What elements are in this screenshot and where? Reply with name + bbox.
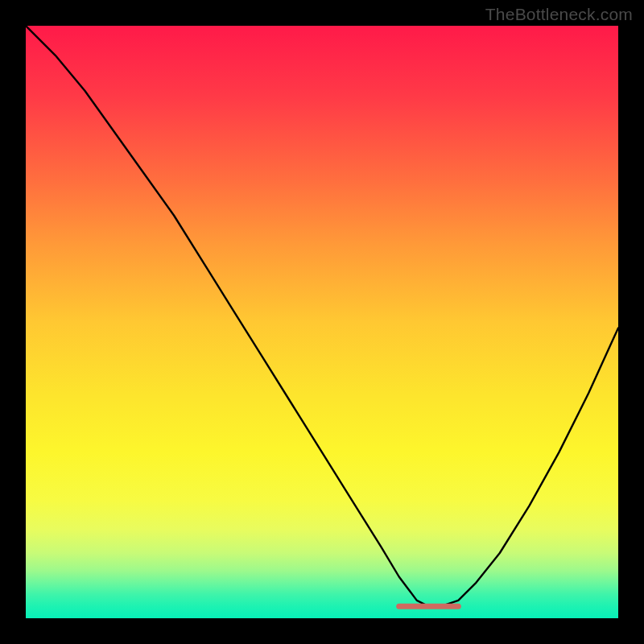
plot-area [26, 26, 618, 618]
curve-path [26, 26, 618, 606]
bottleneck-curve [26, 26, 618, 618]
attribution-text: TheBottleneck.com [485, 5, 633, 24]
chart-frame: TheBottleneck.com [0, 0, 644, 644]
